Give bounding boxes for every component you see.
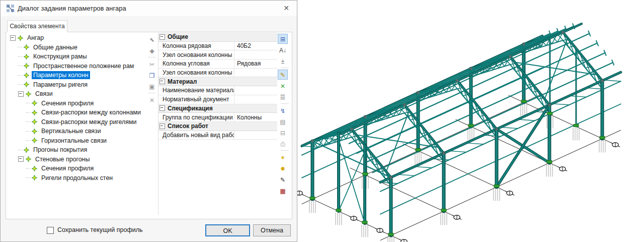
collapse-box-icon[interactable] xyxy=(159,105,165,111)
tree-connector xyxy=(18,66,22,66)
print-icon[interactable]: ⎙ xyxy=(278,139,288,149)
tree-item-label[interactable]: Связи-распорки между ригелями xyxy=(40,118,138,126)
ok-button[interactable]: OK xyxy=(205,224,250,236)
tree-item-label[interactable]: Горизонтальные связи xyxy=(40,137,108,145)
property-value[interactable] xyxy=(234,69,277,77)
grid-row-4[interactable]: Узел основания колонны у... xyxy=(158,69,277,78)
tree-item-4[interactable]: Параметры колонн xyxy=(7,71,146,80)
structure-3d xyxy=(297,0,644,242)
grid-row-7[interactable]: Нормативный документ xyxy=(158,95,277,104)
tree-item-0[interactable]: Ангар xyxy=(7,33,146,43)
property-list-icon[interactable]: ☰ xyxy=(278,92,288,102)
3d-viewport[interactable] xyxy=(297,0,644,242)
edit-note-icon[interactable]: ✎ xyxy=(278,174,288,185)
tree-item-2[interactable]: Конструкция рамы xyxy=(7,52,146,62)
pick-element-icon[interactable]: ⬉ xyxy=(147,34,157,44)
new-favorite-icon[interactable]: ✶ xyxy=(278,152,288,162)
tree-item-9[interactable]: Связи-распорки между ригелями xyxy=(7,117,146,127)
grid-section-10[interactable]: Список работ xyxy=(158,122,277,131)
tree-item-5[interactable]: Параметры ригеля xyxy=(7,80,146,90)
tree-item-label[interactable]: Прогоны покрытия xyxy=(32,146,89,154)
tree-item-14[interactable]: Сечения профиля xyxy=(7,164,146,173)
favorite-list-icon[interactable]: ✹ xyxy=(278,163,288,173)
tree-item-label[interactable]: Пространственное положение рам xyxy=(32,62,135,70)
element-star-icon xyxy=(32,138,37,143)
tree-item-label[interactable]: Стеновые прогоны xyxy=(34,155,91,163)
cut-icon[interactable]: ✂ xyxy=(147,59,157,69)
tree-connector xyxy=(18,84,22,85)
grid-section-8[interactable]: Спецификация xyxy=(158,104,277,113)
measure-icon[interactable]: ⊟ xyxy=(278,128,288,138)
tree-item-15[interactable]: Ригели продольных стен xyxy=(7,173,146,183)
collapse-box-icon[interactable] xyxy=(159,124,165,129)
tree-item-label[interactable]: Параметры ригеля xyxy=(32,81,89,89)
plus-minus-icon[interactable]: ± xyxy=(278,56,288,66)
delete-icon[interactable]: ✕ xyxy=(147,95,157,105)
expand-box-icon[interactable] xyxy=(10,35,16,41)
tree-item-label[interactable]: Ригели продольных стен xyxy=(40,174,114,182)
tree-item-label[interactable]: Связи xyxy=(34,90,54,98)
tree-item-12[interactable]: Прогоны покрытия xyxy=(7,145,146,155)
collapse-box-icon[interactable] xyxy=(159,79,165,84)
collapse-box-icon[interactable] xyxy=(159,34,165,40)
tree-item-label[interactable]: Ангар xyxy=(26,34,45,42)
toolbar-separator xyxy=(281,68,289,68)
grid-section-5[interactable]: Материал xyxy=(158,77,277,86)
tree-item-7[interactable]: Сечения профиля xyxy=(7,99,146,108)
property-value[interactable] xyxy=(234,131,277,140)
grid-row-6[interactable]: Наименование материала xyxy=(158,86,277,95)
cancel-button[interactable]: Отмена xyxy=(253,224,291,236)
property-label: Группа по спецификации xyxy=(158,114,234,121)
grid-row-1[interactable]: Колонна рядовая40Б2 xyxy=(158,42,277,51)
apply-profile-icon[interactable]: ◆ xyxy=(147,45,157,55)
element-star-icon xyxy=(24,54,29,59)
tree-item-label[interactable]: Сечения профиля xyxy=(40,164,95,172)
close-icon[interactable]: ✕ xyxy=(279,2,294,15)
grid-row-2[interactable]: Узел основания колонны р... xyxy=(158,50,277,59)
section-label: Материал xyxy=(168,78,197,85)
tree-item-label[interactable]: Вертикальные связи xyxy=(40,127,103,135)
tree-item-label[interactable]: Общие данные xyxy=(32,43,79,51)
grid-row-9[interactable]: Группа по спецификацииКолонны xyxy=(158,113,277,122)
tree-item-8[interactable]: Связи-распорки между колоннами xyxy=(7,108,146,117)
tree-connector xyxy=(26,131,30,132)
tree-item-11[interactable]: Горизонтальные связи xyxy=(7,136,146,146)
expand-box-icon[interactable] xyxy=(18,91,24,97)
sort-az-icon[interactable]: A↓ xyxy=(278,45,288,55)
categorized-view-icon[interactable]: ⊞ xyxy=(278,34,288,44)
tree-connector xyxy=(26,140,30,141)
tree-item-label[interactable]: Сечения профиля xyxy=(40,99,95,107)
tree-item-3[interactable]: Пространственное положение рам xyxy=(7,62,146,71)
property-value[interactable]: 40Б2 xyxy=(234,42,277,50)
stamp-icon[interactable]: ▤ xyxy=(278,116,288,127)
spec-book-icon[interactable]: ▦ xyxy=(278,186,288,196)
copy-icon[interactable]: ❐ xyxy=(147,70,157,80)
expand-box-icon[interactable] xyxy=(18,156,24,162)
paste-icon[interactable]: ▣ xyxy=(147,81,157,91)
tree-item-13[interactable]: Стеновые прогоны xyxy=(7,155,146,164)
element-star-icon xyxy=(32,175,37,180)
clear-value-icon[interactable]: ✕ xyxy=(278,81,288,91)
toolbar-separator xyxy=(148,57,156,57)
property-value[interactable]: Рядовая xyxy=(234,59,277,68)
properties-panel: АнгарОбщие данныеКонструкция рамыПростра… xyxy=(6,32,292,219)
edit-value-icon[interactable]: ✎ xyxy=(278,70,288,80)
tab-element-properties[interactable]: Свойства элемента xyxy=(7,20,67,32)
grid-row-11[interactable]: Добавить новый вид работ xyxy=(158,131,277,140)
tree-item-label[interactable]: Параметры колонн xyxy=(32,71,90,79)
property-value[interactable] xyxy=(234,86,277,95)
tree-item-label[interactable]: Связи-распорки между колоннами xyxy=(40,108,142,116)
tree-item-1[interactable]: Общие данные xyxy=(7,43,146,52)
save-profile-checkbox[interactable] xyxy=(47,227,54,234)
tree-item-10[interactable]: Вертикальные связи xyxy=(7,127,146,136)
property-value[interactable] xyxy=(234,95,277,104)
property-value[interactable] xyxy=(234,50,277,59)
assign-pointer-icon[interactable]: ↯ xyxy=(278,105,288,115)
property-value[interactable]: Колонны xyxy=(234,113,277,122)
tree-connector xyxy=(18,75,22,76)
dialog-titlebar[interactable]: Диалог задания параметров ангара ✕ xyxy=(1,1,297,16)
grid-row-3[interactable]: Колонна угловаяРядовая xyxy=(158,59,277,69)
grid-section-0[interactable]: Общие xyxy=(158,33,277,42)
tree-item-6[interactable]: Связи xyxy=(7,89,146,99)
tree-item-label[interactable]: Конструкция рамы xyxy=(32,52,89,60)
